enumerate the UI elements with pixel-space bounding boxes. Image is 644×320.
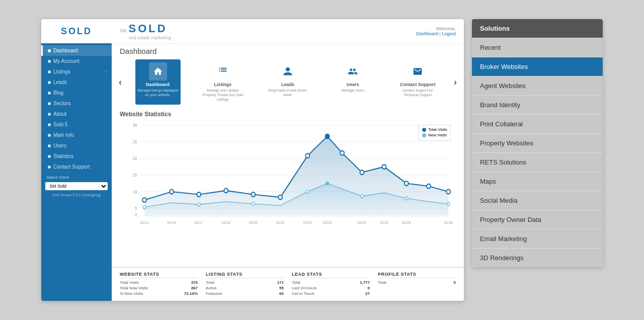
sidebar-item-about[interactable]: About [41, 109, 112, 119]
sidebar-logo: SOLD [41, 19, 112, 43]
nav-icon-circle [344, 62, 362, 81]
prev-arrow-icon[interactable]: ‹ [116, 77, 125, 88]
topbar-tagline: real estate marketing [129, 35, 171, 40]
svg-point-25 [427, 184, 431, 189]
nav-dot [48, 49, 51, 52]
next-arrow-icon[interactable]: › [451, 77, 460, 88]
legend-total: Total Visits [422, 127, 447, 132]
sidebar-item-statistics[interactable]: Statistics [41, 151, 112, 162]
stats-title: PROFILE STATS [378, 272, 456, 278]
page-title: Dashboard [120, 47, 456, 55]
nav-desc: Manage Users [341, 88, 364, 93]
nav-item-dashboard[interactable]: Dashboard Manage listings displayed on y… [135, 59, 181, 105]
sidebar-item-dashboard[interactable]: Dashboard [41, 45, 112, 56]
topbar-right: Welcome, Dashboard | Logout [416, 26, 456, 36]
solutions-panel: Solutions Recent Broker Websites Agent W… [472, 19, 603, 267]
home-icon [153, 66, 163, 76]
svg-point-30 [306, 190, 309, 194]
solutions-item-print-collateral[interactable]: Print Collateral [472, 115, 603, 134]
chart-section: Website Statistics 30 25 20 [112, 107, 464, 267]
version-text: Sold Version 5.6.0 (Changelog) [41, 190, 112, 200]
stat-row: Total 1,777 [292, 280, 370, 285]
nav-icon-circle [214, 62, 232, 81]
sidebar-item-myaccount[interactable]: My Account [41, 56, 112, 66]
svg-point-22 [360, 170, 364, 175]
sidebar-item-contactsupport[interactable]: Contact Support [41, 162, 112, 172]
nav-icons-row: ‹ Dashboard Manage listings displayed on… [112, 57, 464, 107]
solutions-item-social-media[interactable]: Social Media [472, 191, 603, 210]
stat-row: Total Visits 370 [120, 280, 198, 285]
svg-point-33 [405, 197, 408, 200]
sidebar-nav: Dashboard My Account Listings › Leads [41, 45, 112, 172]
sidebar-item-sold5[interactable]: Sold 5 [41, 119, 112, 130]
sidebar-item-sectors[interactable]: Sectors [41, 98, 112, 109]
nav-item-listings[interactable]: Listings Manage and Update Property, Poc… [200, 59, 246, 105]
solutions-item-3d-renderings[interactable]: 3D Renderings [472, 249, 603, 267]
svg-point-21 [340, 151, 344, 155]
solutions-item-email-marketing[interactable]: Email Marketing [472, 229, 603, 249]
stats-title: LEAD STATS [292, 272, 370, 278]
nav-label: Leads [281, 82, 294, 87]
svg-point-31 [326, 182, 329, 185]
svg-text:02/28: 02/28 [402, 220, 411, 225]
nav-desc: Contact Support for Technical Support [397, 88, 438, 97]
logout-link[interactable]: Logout [442, 31, 456, 36]
nav-icon-circle [149, 62, 167, 81]
svg-text:02/20: 02/20 [249, 220, 258, 225]
svg-point-19 [305, 153, 309, 158]
listings-icon [218, 66, 228, 76]
sidebar-item-listings[interactable]: Listings › [41, 66, 112, 77]
nav-dot [48, 81, 51, 84]
svg-text:02/28: 02/28 [444, 220, 453, 225]
svg-text:30: 30 [133, 123, 137, 128]
solutions-item-agent-websites[interactable]: Agent Websites [472, 76, 603, 96]
svg-text:02/26: 02/26 [380, 220, 388, 225]
nav-dot [48, 70, 51, 73]
svg-point-23 [382, 165, 386, 169]
legend-label-new: New Visits [428, 133, 447, 137]
stat-row: Total 0 [378, 280, 456, 285]
sidebar: SOLD Dashboard My Account Listings › [41, 19, 112, 301]
svg-text:5: 5 [135, 206, 137, 211]
solutions-header: Solutions [472, 19, 603, 38]
solutions-item-recent[interactable]: Recent [472, 38, 603, 57]
svg-point-13 [142, 198, 146, 202]
topbar: SM SOLD real estate marketing Welcome, D… [112, 19, 464, 44]
main-content: SM SOLD real estate marketing Welcome, D… [112, 19, 464, 301]
welcome-text: Welcome, [436, 26, 456, 31]
website-stats: WEBSITE STATS Total Visits 370 Total New… [120, 272, 198, 297]
chart-svg: 30 25 20 15 10 5 0 [120, 120, 456, 230]
solutions-item-brand-identity[interactable]: Brand Identity [472, 96, 603, 115]
client-select[interactable]: SM Sold [45, 182, 108, 190]
sidebar-item-maininfo[interactable]: Main Info [41, 130, 112, 140]
solutions-item-property-websites[interactable]: Property Websites [472, 134, 603, 153]
nav-icons: Dashboard Manage listings displayed on y… [127, 59, 449, 105]
svg-point-16 [224, 189, 228, 193]
dashboard-link[interactable]: Dashboard [416, 31, 438, 36]
lead-stats: LEAD STATS Total 1,777 Last 24 Hours 0 G… [292, 272, 370, 297]
svg-point-29 [252, 202, 255, 206]
svg-text:10: 10 [133, 189, 137, 195]
solutions-item-maps[interactable]: Maps [472, 172, 603, 191]
sidebar-item-blog[interactable]: Blog [41, 88, 112, 98]
nav-icon-circle [409, 62, 427, 81]
nav-dot [48, 92, 51, 95]
solutions-item-rets-solutions[interactable]: RETS Solutions [472, 153, 603, 172]
nav-item-leads[interactable]: Leads Keep track of web driven leads [265, 59, 310, 105]
solutions-item-broker-websites[interactable]: Broker Websites [472, 57, 603, 76]
stat-row: Active 55 [206, 286, 284, 290]
nav-label: Contact Support [400, 82, 436, 87]
svg-point-32 [360, 195, 363, 198]
nav-item-users[interactable]: Users Manage Users [330, 59, 375, 105]
chart-container: 30 25 20 15 10 5 0 [120, 120, 456, 230]
nav-label: Users [347, 82, 359, 87]
svg-text:02/17: 02/17 [195, 220, 203, 225]
chart-legend: Total Visits New Visits [419, 125, 451, 141]
solutions-item-property-owner-data[interactable]: Property Owner Data [472, 210, 603, 229]
chevron-right-icon: › [105, 69, 107, 74]
sidebar-item-users[interactable]: Users [41, 140, 112, 151]
svg-point-34 [447, 202, 450, 206]
nav-item-contactsupport[interactable]: Contact Support Contact Support for Tech… [395, 59, 440, 105]
nav-dot [48, 123, 51, 126]
sidebar-item-leads[interactable]: Leads [41, 77, 112, 88]
